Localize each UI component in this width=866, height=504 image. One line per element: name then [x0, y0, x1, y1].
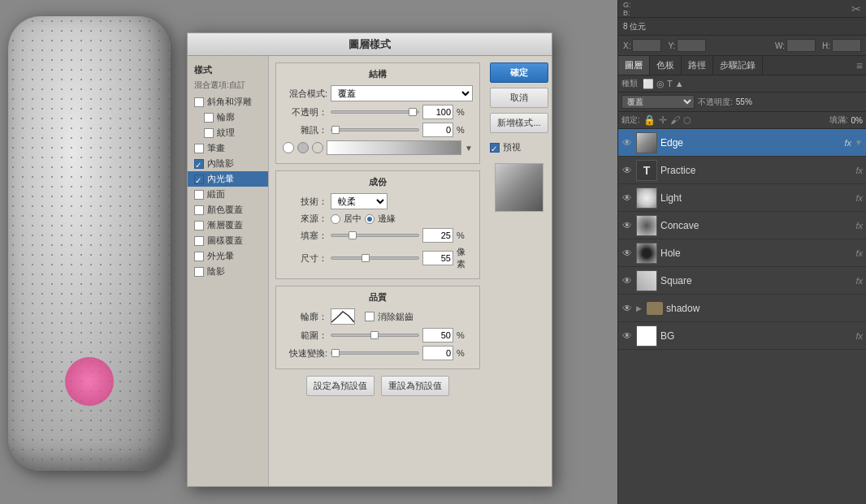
layer-row-shadow[interactable]: 👁 ▶ shadow — [618, 295, 866, 322]
tech-select[interactable]: 較柔 精確 — [331, 193, 388, 209]
opacity-input[interactable] — [422, 105, 453, 119]
jitter-thumb[interactable] — [331, 349, 340, 357]
sidebar-item-texture[interactable]: 紋理 — [188, 125, 268, 140]
size-input[interactable] — [422, 251, 453, 265]
jitter-slider[interactable] — [331, 351, 419, 355]
y-value[interactable] — [677, 39, 706, 52]
noise-input[interactable] — [422, 123, 453, 137]
layer-row-practice[interactable]: 👁 T Practice fx — [618, 157, 866, 184]
checkbox-color-overlay[interactable] — [194, 205, 204, 215]
filter-shape-icon[interactable]: ▲ — [675, 79, 684, 89]
fill-input[interactable] — [422, 228, 453, 243]
eye-icon-edge[interactable]: 👁 — [621, 137, 633, 149]
color-dot-transparent[interactable] — [312, 142, 323, 153]
checkbox-pattern-overlay[interactable] — [194, 236, 204, 246]
opacity-slider[interactable] — [331, 110, 419, 114]
layer-row-concave[interactable]: 👁 Concave fx — [618, 212, 866, 239]
opacity-thumb[interactable] — [409, 108, 417, 116]
confirm-button[interactable]: 確定 — [490, 62, 548, 83]
filter-pixel-icon[interactable]: ⬜ — [643, 79, 654, 89]
blend-mode-select[interactable]: 覆蓋 — [621, 95, 695, 109]
tab-swatches[interactable]: 色板 — [650, 56, 682, 75]
lock-icon[interactable]: 🔒 — [643, 114, 656, 126]
checkbox-texture[interactable] — [204, 128, 214, 138]
radio-edge[interactable] — [365, 214, 375, 224]
brush-icon[interactable]: 🖌 — [670, 114, 680, 126]
contour-preview[interactable] — [331, 308, 355, 325]
sidebar-item-contour[interactable]: 輪廓 — [188, 110, 268, 125]
components-title: 成份 — [283, 176, 473, 188]
checkbox-inner-glow[interactable]: ✓ — [194, 174, 204, 184]
checkbox-outer-glow[interactable] — [194, 252, 204, 261]
checkbox-anti-alias[interactable] — [365, 312, 375, 321]
sidebar-item-pattern-overlay[interactable]: 圖樣覆蓋 — [188, 233, 268, 248]
noise-slider-track[interactable] — [331, 128, 419, 131]
checkbox-stroke[interactable] — [194, 144, 204, 153]
sidebar-item-outer-glow[interactable]: 外光暈 — [188, 248, 268, 264]
layer-row-edge[interactable]: 👁 Edge fx ▼ — [618, 129, 866, 157]
color-dot-white[interactable] — [283, 142, 294, 153]
jitter-input[interactable] — [422, 346, 453, 360]
fill-slider[interactable] — [331, 234, 419, 237]
sidebar-item-gradient-overlay[interactable]: 漸層覆蓋 — [188, 218, 268, 233]
layer-row-square[interactable]: 👁 Square fx — [618, 267, 866, 295]
set-default-button[interactable]: 設定為預設值 — [306, 376, 375, 396]
eye-icon-concave[interactable]: 👁 — [621, 220, 633, 231]
eye-icon-square[interactable]: 👁 — [621, 275, 633, 286]
range-slider[interactable] — [331, 334, 419, 337]
tab-paths[interactable]: 路徑 — [682, 56, 713, 75]
gradient-dropdown-arrow[interactable]: ▼ — [465, 144, 473, 153]
layer-row-hole[interactable]: 👁 Hole fx — [618, 239, 866, 267]
move-icon[interactable]: ✛ — [659, 114, 667, 126]
sidebar-item-stroke[interactable]: 筆畫 — [188, 140, 268, 156]
range-input[interactable] — [422, 328, 453, 342]
eye-icon-hole[interactable]: 👁 — [621, 248, 633, 259]
sidebar-item-inner-shadow[interactable]: ✓ 內陰影 — [188, 156, 268, 171]
layer-row-light[interactable]: 👁 Light fx — [618, 184, 866, 212]
tab-layers[interactable]: 圖層 — [618, 56, 650, 75]
collapse-arrow-edge[interactable]: ▼ — [855, 138, 863, 147]
checkbox-preview[interactable]: ✓ — [490, 143, 500, 153]
new-style-button[interactable]: 新增樣式... — [490, 113, 548, 133]
filter-text-icon[interactable]: T — [667, 79, 673, 89]
collapse-arrow-shadow[interactable]: ▶ — [636, 304, 642, 312]
noise-thumb[interactable] — [331, 126, 340, 134]
eye-icon-light[interactable]: 👁 — [621, 192, 633, 204]
source-label: 來源： — [283, 213, 327, 225]
sidebar-item-color-overlay[interactable]: 顏色覆蓋 — [188, 202, 268, 218]
radio-center[interactable] — [331, 214, 340, 224]
layer-row-bg[interactable]: 👁 BG fx — [618, 322, 866, 350]
size-thumb[interactable] — [362, 254, 370, 262]
eye-icon-shadow[interactable]: 👁 — [621, 303, 633, 314]
w-value[interactable] — [786, 39, 816, 52]
w-coord: W: — [775, 39, 816, 52]
sidebar-item-drop-shadow[interactable]: 陰影 — [188, 264, 268, 279]
h-value[interactable] — [832, 39, 861, 52]
artboard-icon[interactable]: ⬡ — [683, 115, 691, 126]
range-thumb[interactable] — [370, 331, 379, 339]
blend-mode-row-dialog: 混合模式: 覆蓋 — [283, 85, 473, 101]
sidebar-item-inner-glow[interactable]: ✓ 內光暈 — [188, 171, 268, 187]
x-value[interactable] — [632, 39, 661, 52]
color-dot-gray[interactable] — [297, 142, 309, 153]
gradient-color-picker[interactable] — [327, 140, 461, 155]
checkbox-drop-shadow[interactable] — [194, 267, 204, 277]
checkbox-bevel[interactable] — [194, 97, 204, 107]
size-slider[interactable] — [331, 256, 419, 260]
reset-default-button[interactable]: 重設為預設值 — [381, 376, 449, 396]
eye-icon-bg[interactable]: 👁 — [621, 330, 633, 342]
sidebar-item-bevel[interactable]: 斜角和浮雕 — [188, 94, 268, 110]
filter-adjust-icon[interactable]: ◎ — [656, 79, 665, 89]
tab-history[interactable]: 步驟記錄 — [713, 56, 763, 75]
sidebar-label-inner-shadow: 內陰影 — [207, 157, 234, 170]
eye-icon-practice[interactable]: 👁 — [621, 165, 633, 176]
fill-thumb[interactable] — [349, 231, 357, 239]
checkbox-gradient-overlay[interactable] — [194, 221, 204, 230]
panel-menu-icon[interactable]: ≡ — [853, 59, 866, 72]
cancel-button[interactable]: 取消 — [490, 88, 548, 108]
sidebar-item-satin[interactable]: 緞面 — [188, 187, 268, 202]
checkbox-inner-shadow[interactable]: ✓ — [194, 159, 204, 169]
checkbox-contour[interactable] — [204, 113, 214, 123]
checkbox-satin[interactable] — [194, 190, 204, 200]
blend-mode-dialog-select[interactable]: 覆蓋 — [331, 85, 473, 101]
